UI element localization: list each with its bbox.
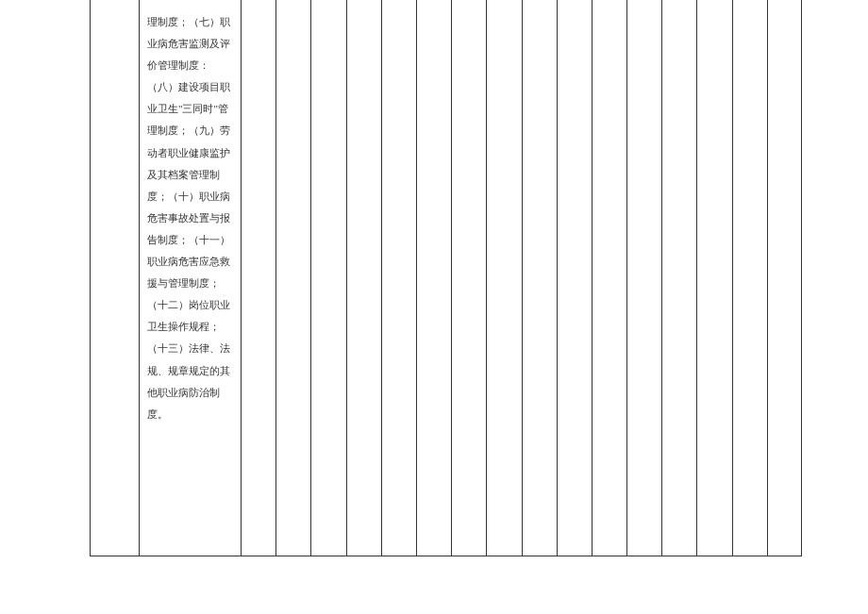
col-17 [732, 0, 767, 556]
col-main-text: 理制度；（七）职业病危害监测及评价管理制度：（八）建设项目职业卫生"三同时"管理… [139, 0, 241, 556]
col-16 [696, 0, 731, 556]
col-6 [346, 0, 381, 556]
document-table: 理制度；（七）职业病危害监测及评价管理制度：（八）建设项目职业卫生"三同时"管理… [90, 0, 802, 556]
col-10 [486, 0, 521, 556]
col-4 [275, 0, 310, 556]
regulation-text: 理制度；（七）职业病危害监测及评价管理制度：（八）建设项目职业卫生"三同时"管理… [147, 11, 233, 425]
col-12 [557, 0, 592, 556]
col-18 [767, 0, 802, 556]
col-3 [241, 0, 275, 556]
col-7 [381, 0, 416, 556]
col-9 [451, 0, 486, 556]
col-5 [310, 0, 345, 556]
col-8 [416, 0, 451, 556]
col-13 [592, 0, 626, 556]
col-1 [90, 0, 139, 556]
col-11 [522, 0, 557, 556]
col-15 [661, 0, 696, 556]
table-row: 理制度；（七）职业病危害监测及评价管理制度：（八）建设项目职业卫生"三同时"管理… [90, 0, 802, 556]
col-14 [626, 0, 661, 556]
